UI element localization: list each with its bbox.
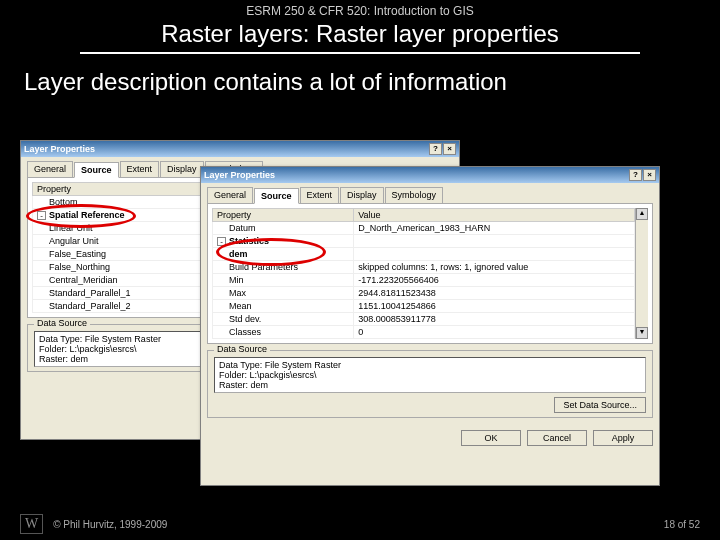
table-row[interactable]: -Statistics — [213, 235, 635, 248]
university-logo: W — [20, 514, 43, 534]
prop-name: Classes — [213, 326, 354, 339]
cancel-button[interactable]: Cancel — [527, 430, 587, 446]
data-source-label: Data Source — [214, 344, 270, 354]
tab-display[interactable]: Display — [160, 161, 204, 177]
prop-value: 0 — [354, 326, 635, 339]
tree-toggle-icon[interactable]: - — [37, 211, 46, 220]
tab-general[interactable]: General — [207, 187, 253, 203]
help-button[interactable]: ? — [429, 143, 442, 155]
prop-name: Datum — [213, 222, 354, 235]
tree-toggle-icon[interactable]: - — [217, 237, 226, 246]
prop-value — [354, 235, 635, 248]
prop-value — [354, 248, 635, 261]
tab-extent[interactable]: Extent — [300, 187, 340, 203]
page-number: 18 of 52 — [664, 519, 700, 530]
slide-subtitle: Layer description contains a lot of info… — [24, 68, 720, 96]
data-source-label: Data Source — [34, 318, 90, 328]
set-data-source-button[interactable]: Set Data Source... — [554, 397, 646, 413]
prop-name: Build Parameters — [213, 261, 354, 274]
table-row[interactable]: Min-171.223205566406 — [213, 274, 635, 287]
table-row[interactable]: Classes0 — [213, 326, 635, 339]
close-button[interactable]: × — [443, 143, 456, 155]
prop-name: Min — [213, 274, 354, 287]
scroll-up-icon[interactable]: ▲ — [636, 208, 648, 220]
tab-extent[interactable]: Extent — [120, 161, 160, 177]
prop-value: skipped columns: 1, rows: 1, ignored val… — [354, 261, 635, 274]
prop-name: Std dev. — [213, 313, 354, 326]
prop-value: D_North_American_1983_HARN — [354, 222, 635, 235]
data-source-line: Data Type: File System Raster — [219, 360, 641, 370]
apply-button[interactable]: Apply — [593, 430, 653, 446]
data-source-line: Folder: L:\packgis\esrcs\ — [219, 370, 641, 380]
col-value: Value — [354, 209, 635, 222]
table-row[interactable]: DatumD_North_American_1983_HARN — [213, 222, 635, 235]
prop-value: 1151.10041254866 — [354, 300, 635, 313]
table-row[interactable]: Mean1151.10041254866 — [213, 300, 635, 313]
prop-name: Max — [213, 287, 354, 300]
layer-properties-dialog-front: Layer Properties ? × GeneralSourceExtent… — [200, 166, 660, 486]
prop-name: -Statistics — [213, 235, 354, 248]
col-property: Property — [213, 209, 354, 222]
table-row[interactable]: Max2944.81811523438 — [213, 287, 635, 300]
scroll-down-icon[interactable]: ▼ — [636, 327, 648, 339]
copyright: © Phil Hurvitz, 1999-2009 — [53, 519, 167, 530]
prop-name: Mean — [213, 300, 354, 313]
tab-display[interactable]: Display — [340, 187, 384, 203]
table-row[interactable]: Std dev.308.000853911778 — [213, 313, 635, 326]
help-button[interactable]: ? — [629, 169, 642, 181]
course-code: ESRM 250 & CFR 520: Introduction to GIS — [0, 4, 720, 18]
prop-value: 308.000853911778 — [354, 313, 635, 326]
ok-button[interactable]: OK — [461, 430, 521, 446]
tab-source[interactable]: Source — [74, 162, 119, 178]
prop-value: 2944.81811523438 — [354, 287, 635, 300]
tab-source[interactable]: Source — [254, 188, 299, 204]
close-button[interactable]: × — [643, 169, 656, 181]
tab-general[interactable]: General — [27, 161, 73, 177]
prop-value: -171.223205566406 — [354, 274, 635, 287]
slide-title: Raster layers: Raster layer properties — [0, 20, 720, 48]
title-divider — [80, 52, 640, 54]
data-source-line: Raster: dem — [219, 380, 641, 390]
scrollbar[interactable]: ▲ ▼ — [635, 208, 648, 339]
dialog-title: Layer Properties — [204, 170, 275, 180]
data-source-group: Data Source Data Type: File System Raste… — [207, 350, 653, 418]
prop-name: dem — [213, 248, 354, 261]
table-row[interactable]: Build Parametersskipped columns: 1, rows… — [213, 261, 635, 274]
dialog-title: Layer Properties — [24, 144, 95, 154]
table-row[interactable]: dem — [213, 248, 635, 261]
tab-symbology[interactable]: Symbology — [385, 187, 444, 203]
